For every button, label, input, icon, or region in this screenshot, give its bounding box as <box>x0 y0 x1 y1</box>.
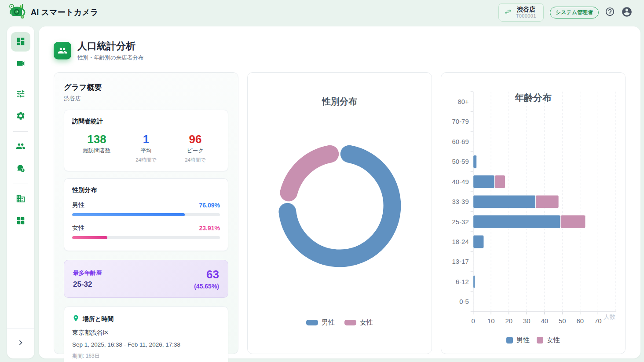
admin-user-icon <box>16 163 26 174</box>
svg-text:20: 20 <box>505 317 512 325</box>
legend-item-female[interactable]: 女性 <box>344 318 373 327</box>
brand: AI スマートカメラ <box>8 3 99 22</box>
people-icon <box>16 141 26 152</box>
svg-text:0-5: 0-5 <box>459 298 469 305</box>
top-age-label: 最多年齢層 <box>73 269 102 277</box>
stat-average: 1 平均 24時間で <box>121 133 171 163</box>
camera-logo-icon <box>8 3 26 22</box>
svg-text:60: 60 <box>576 317 584 325</box>
bar-legend: 男性 女性 <box>441 336 625 344</box>
overview-store: 渋谷店 <box>64 95 228 103</box>
donut-legend: 男性 女性 <box>248 318 432 327</box>
svg-text:50-59: 50-59 <box>452 158 469 165</box>
stat-total: 138 総訪問者数 <box>72 133 121 163</box>
location-duration: 期間: 163日 <box>72 352 220 360</box>
svg-text:年齢分布: 年齢分布 <box>514 92 552 103</box>
sidebar-item-cameras[interactable] <box>11 54 30 74</box>
gender-donut-chart <box>248 73 432 354</box>
location-pin-icon <box>72 314 80 324</box>
svg-text:18-24: 18-24 <box>452 238 469 245</box>
svg-text:33-39: 33-39 <box>452 198 469 205</box>
svg-text:6-12: 6-12 <box>456 278 469 285</box>
main-panel: 人口統計分析 性別・年齢別の来店者分布 グラフ概要 渋谷店 訪問者統計 138 … <box>39 26 640 358</box>
store-switcher-button[interactable]: 渋谷店 T000001 <box>498 3 544 22</box>
svg-text:70: 70 <box>594 317 602 325</box>
gender-distribution-card: 性別分布 男性 76.09% 女性 23.91% <box>64 178 228 251</box>
swap-horizontal-icon <box>504 8 512 17</box>
age-bar-chart: 80+70-7960-6950-5940-4933-3925-3218-2413… <box>441 73 625 354</box>
svg-text:70-79: 70-79 <box>452 118 469 125</box>
sidebar-item-dashboard[interactable] <box>11 32 30 52</box>
female-progress-track <box>72 236 220 239</box>
store-code: T000001 <box>516 13 536 19</box>
top-age-percent: (45.65%) <box>194 283 219 290</box>
page-header: 人口統計分析 性別・年齢別の来店者分布 <box>54 40 626 62</box>
chevron-right-icon <box>16 338 26 349</box>
dashboard-icon <box>16 37 26 48</box>
male-progress-track <box>72 213 220 216</box>
sidebar-item-tune[interactable] <box>11 85 30 104</box>
location-period: Sep 1, 2025, 16:38 - Feb 11, 2026, 17:38 <box>72 341 220 348</box>
help-button[interactable] <box>605 7 615 18</box>
svg-text:80+: 80+ <box>457 98 468 105</box>
account-button[interactable] <box>621 6 633 19</box>
visitor-stats-title: 訪問者統計 <box>72 118 220 126</box>
sidebar-item-people[interactable] <box>11 137 30 156</box>
gender-donut-card: 性別分布 男性 女性 <box>247 72 432 354</box>
female-label: 女性 <box>72 224 84 232</box>
female-progress-fill <box>72 236 107 239</box>
svg-text:40: 40 <box>541 317 548 325</box>
sidebar-item-tables[interactable] <box>11 211 30 231</box>
gender-card-title: 性別分布 <box>72 186 220 194</box>
help-icon <box>605 7 615 18</box>
page-title: 人口統計分析 <box>77 40 143 53</box>
app-title: AI スマートカメラ <box>31 7 99 18</box>
grid-icon <box>16 216 26 227</box>
legend-item-female[interactable]: 女性 <box>537 336 560 344</box>
sidebar-divider <box>13 79 28 79</box>
top-header: AI スマートカメラ 渋谷店 T000001 システム管理者 <box>0 0 644 25</box>
svg-text:0: 0 <box>472 317 475 325</box>
svg-text:25-32: 25-32 <box>452 218 469 225</box>
video-camera-icon <box>16 59 26 70</box>
location-card: 場所と時間 東京都渋谷区 Sep 1, 2025, 16:38 - Feb 11… <box>64 307 228 362</box>
svg-text:60-69: 60-69 <box>452 138 469 145</box>
page-subtitle: 性別・年齢別の来店者分布 <box>77 54 143 62</box>
sidebar-divider <box>13 131 28 132</box>
top-age-count: 63 <box>194 268 219 281</box>
settings-gear-icon <box>16 111 26 122</box>
age-bar-card: 80+70-7960-6950-5940-4933-3925-3218-2413… <box>441 72 626 354</box>
role-badge: システム管理者 <box>550 7 599 18</box>
location-place: 東京都渋谷区 <box>72 329 220 337</box>
location-title: 場所と時間 <box>83 315 113 323</box>
svg-text:人数: 人数 <box>604 314 615 320</box>
svg-text:40-49: 40-49 <box>452 178 469 185</box>
svg-text:30: 30 <box>523 317 531 325</box>
account-icon <box>621 6 633 19</box>
svg-text:10: 10 <box>487 317 495 325</box>
top-age-range: 25-32 <box>73 280 102 289</box>
store-name: 渋谷店 <box>516 6 536 14</box>
female-percent: 23.91% <box>199 225 220 232</box>
tune-icon <box>16 89 26 100</box>
stat-peak: 96 ピーク 24時間で <box>171 133 220 163</box>
male-progress-fill <box>72 213 185 216</box>
people-icon <box>54 42 71 59</box>
header-right: 渋谷店 T000001 システム管理者 <box>498 3 633 22</box>
svg-text:13-17: 13-17 <box>452 258 469 265</box>
building-icon <box>16 194 26 205</box>
top-age-card: 最多年齢層 25-32 63 (45.65%) <box>64 260 228 298</box>
sidebar-collapse-button[interactable] <box>11 333 30 353</box>
legend-item-male[interactable]: 男性 <box>306 318 335 327</box>
svg-text:50: 50 <box>559 317 566 325</box>
male-percent: 76.09% <box>199 202 220 209</box>
legend-item-male[interactable]: 男性 <box>506 336 530 344</box>
sidebar-item-admin[interactable] <box>11 159 30 178</box>
male-label: 男性 <box>72 201 84 209</box>
overview-card: グラフ概要 渋谷店 訪問者統計 138 総訪問者数 1 平均 24時間で <box>54 72 238 354</box>
sidebar-divider <box>13 184 28 184</box>
sidebar-item-stores[interactable] <box>11 189 30 209</box>
visitor-stats-card: 訪問者統計 138 総訪問者数 1 平均 24時間で 96 ピーク <box>64 110 228 171</box>
sidebar-item-settings[interactable] <box>11 107 30 126</box>
overview-title: グラフ概要 <box>64 82 228 92</box>
